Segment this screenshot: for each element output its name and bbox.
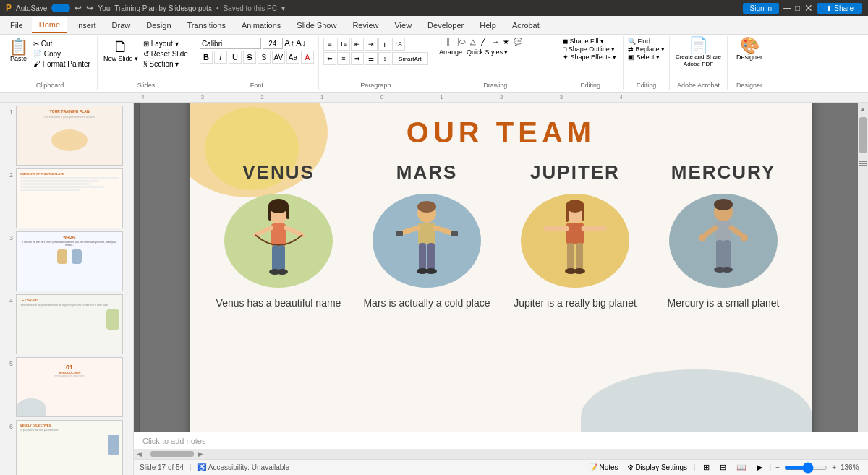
tab-review[interactable]: Review <box>345 18 386 33</box>
tab-animations[interactable]: Animations <box>234 18 288 33</box>
align-left-button[interactable]: ⬅ <box>323 52 336 65</box>
justify-button[interactable]: ☰ <box>365 52 378 65</box>
shape-line[interactable]: ╱ <box>481 38 491 46</box>
tab-home[interactable]: Home <box>32 17 67 33</box>
h-scroll-thumb[interactable] <box>150 451 194 457</box>
align-right-button[interactable]: ➡ <box>351 52 364 65</box>
slideshow-view-button[interactable]: ▶ <box>754 462 765 473</box>
section-button[interactable]: § Section ▾ <box>141 59 190 69</box>
text-direction-button[interactable]: ↕A <box>392 38 405 51</box>
font-color-button[interactable]: A <box>301 51 314 64</box>
team-col-jupiter[interactable]: JUPITER <box>506 161 644 311</box>
bold-button[interactable]: B <box>200 51 213 64</box>
display-settings-button[interactable]: ⚙ Display Settings <box>625 463 689 472</box>
tab-view[interactable]: View <box>387 18 419 33</box>
bullets-button[interactable]: ≡ <box>323 38 336 51</box>
reset-slide-button[interactable]: ↺ Reset Slide <box>141 49 190 59</box>
tab-acrobat[interactable]: Acrobat <box>505 18 547 33</box>
quick-styles-button[interactable]: Quick Styles ▾ <box>465 48 510 56</box>
format-painter-button[interactable]: 🖌 Format Painter <box>31 59 93 69</box>
select-button[interactable]: ▣ Select ▾ <box>628 54 665 61</box>
numbering-button[interactable]: 1≡ <box>337 38 350 51</box>
find-button[interactable]: 🔍 Find <box>628 38 665 45</box>
shape-rounded-rect[interactable] <box>448 38 459 46</box>
team-col-mars[interactable]: MARS <box>358 161 495 311</box>
redo-icon[interactable]: ↪ <box>86 3 93 13</box>
shape-fill-button[interactable]: ◼ Shape Fill ▾ <box>563 38 618 45</box>
columns-button[interactable]: ⫼ <box>378 38 391 51</box>
scroll-up-icon[interactable]: ▲ <box>860 106 867 113</box>
zoom-in-icon[interactable]: + <box>832 463 836 471</box>
decrease-font-button[interactable]: A↓ <box>296 39 306 48</box>
paste-button[interactable]: 📋 Paste <box>7 38 30 64</box>
vertical-scrollbar[interactable]: ▲ <box>858 103 868 432</box>
copy-button[interactable]: 📄 Copy <box>31 49 93 59</box>
tab-help[interactable]: Help <box>472 18 503 33</box>
team-col-venus[interactable]: VENUS <box>210 161 347 311</box>
vertical-scroll-handle[interactable] <box>859 156 867 163</box>
scroll-thumb[interactable] <box>859 117 867 153</box>
slide-thumbnail-1[interactable]: 1 YOUR TRAINING PLAN Here is where your … <box>4 106 129 166</box>
tab-slideshow[interactable]: Slide Show <box>289 18 344 33</box>
font-name-input[interactable] <box>200 38 261 49</box>
zoom-slider[interactable] <box>784 466 827 470</box>
line-spacing-button[interactable]: ↕ <box>378 52 391 65</box>
char-spacing-button[interactable]: AV <box>272 51 285 64</box>
create-share-adobe-button[interactable]: 📄 Create and ShareAdobe PDF <box>676 38 721 67</box>
team-col-mercury[interactable]: MERCURY <box>655 161 792 311</box>
slide-thumbnail-3[interactable]: 3 WHOA! This can be the part of the pres… <box>4 231 129 291</box>
text-case-button[interactable]: Aa <box>286 51 299 64</box>
italic-button[interactable]: I <box>214 51 227 64</box>
reading-view-button[interactable]: 📖 <box>733 462 749 473</box>
zoom-level-label[interactable]: 136% <box>841 463 862 471</box>
shape-outline-button[interactable]: □ Shape Outline ▾ <box>563 46 618 53</box>
shape-callout[interactable]: 💬 <box>514 38 524 46</box>
autosave-toggle[interactable] <box>51 4 70 12</box>
scroll-left-icon[interactable]: ◀ <box>137 450 142 458</box>
normal-view-button[interactable]: ⊞ <box>700 462 712 473</box>
tab-design[interactable]: Design <box>139 18 178 33</box>
tab-transitions[interactable]: Transitions <box>180 18 233 33</box>
shape-oval[interactable]: ⬭ <box>459 38 469 46</box>
shape-triangle[interactable]: △ <box>470 38 480 46</box>
notes-bar[interactable]: Click to add notes <box>134 432 868 449</box>
shape-arrow[interactable]: → <box>492 38 502 46</box>
shape-effects-button[interactable]: ✦ Shape Effects ▾ <box>563 54 618 61</box>
tab-insert[interactable]: Insert <box>69 18 103 33</box>
tab-draw[interactable]: Draw <box>105 18 138 33</box>
accessibility-status[interactable]: ♿ Accessibility: Unavailable <box>197 463 289 471</box>
cut-button[interactable]: ✂ Cut <box>31 39 93 48</box>
slide-sorter-button[interactable]: ⊟ <box>717 462 729 473</box>
undo-icon[interactable]: ↩ <box>75 3 82 13</box>
shape-star[interactable]: ★ <box>503 38 513 46</box>
minimize-icon[interactable]: ─ <box>783 2 791 14</box>
slide-thumbnail-4[interactable]: 4 LET'S GO! Thanks for reason this prese… <box>4 294 129 354</box>
strikethrough-button[interactable]: S <box>243 51 256 64</box>
slide-thumbnail-5[interactable]: 5 01 INTRODUCTION Enter a subtitle here … <box>4 357 129 417</box>
share-button[interactable]: ⬆ Share <box>817 3 862 14</box>
replace-button[interactable]: ⇄ Replace ▾ <box>628 46 665 53</box>
underline-button[interactable]: U <box>229 51 242 64</box>
scroll-right-icon[interactable]: ▶ <box>198 450 203 458</box>
layout-button[interactable]: ⊞ Layout ▾ <box>141 39 190 48</box>
increase-font-button[interactable]: A↑ <box>284 39 294 48</box>
notes-view-button[interactable]: 📝 Notes <box>587 463 621 472</box>
horizontal-scrollbar[interactable]: ◀ ▶ <box>134 449 868 459</box>
convert-to-smartart-button[interactable]: SmartArt <box>392 52 428 65</box>
saved-dropdown-icon[interactable]: ▾ <box>281 4 285 12</box>
sign-in-button[interactable]: Sign in <box>743 3 780 14</box>
slide-thumbnail-6[interactable]: 6 WEEKLY OBJECTIVES Do you know a little… <box>4 420 129 475</box>
slide-thumbnail-2[interactable]: 2 CONTENTS OF THIS TEMPLATE <box>4 168 129 228</box>
close-icon[interactable]: ✕ <box>804 2 813 14</box>
slide-title[interactable]: OUR TEAM <box>190 116 812 149</box>
font-size-input[interactable] <box>263 38 283 49</box>
increase-indent-button[interactable]: ⇥ <box>365 38 378 51</box>
shadow-button[interactable]: S <box>258 51 271 64</box>
zoom-out-icon[interactable]: − <box>775 463 780 471</box>
designer-button[interactable]: 🎨 Designer <box>736 38 762 61</box>
shape-rect[interactable] <box>438 38 448 46</box>
restore-icon[interactable]: □ <box>795 3 800 13</box>
decrease-indent-button[interactable]: ⇤ <box>351 38 364 51</box>
tab-developer[interactable]: Developer <box>420 18 471 33</box>
arrange-button[interactable]: Arrange <box>438 48 464 56</box>
